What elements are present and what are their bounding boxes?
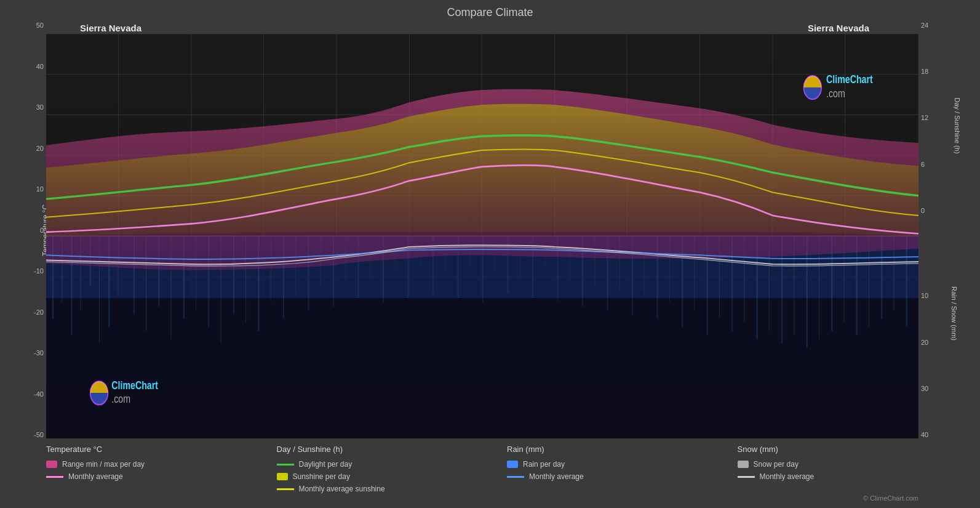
- right-axis-label-top: Day / Sunshine (h): [953, 98, 960, 154]
- legend-sunshine-title: Day / Sunshine (h): [277, 445, 508, 454]
- tick-neg50: -50: [34, 431, 44, 438]
- sunshine-swatch-label: Sunshine per day: [293, 472, 350, 481]
- right-tick-24: 24: [921, 22, 968, 29]
- legend-snow-swatch: Snow per day: [738, 460, 968, 469]
- main-chart-svg: ClimeChart .com ClimeChart .com: [46, 34, 918, 438]
- sunshine-avg-label: Monthly average sunshine: [299, 485, 385, 493]
- legend-col-temp: Temperature °C Range min / max per day M…: [46, 445, 277, 493]
- svg-rect-96: [906, 236, 907, 327]
- snow-swatch-label: Snow per day: [754, 460, 799, 469]
- legend-temp-title: Temperature °C: [46, 445, 277, 454]
- tick-neg40: -40: [34, 390, 44, 398]
- tick-40: 40: [36, 63, 44, 70]
- temp-avg-line: [46, 476, 63, 478]
- legend-rain-swatch: Rain per day: [507, 460, 738, 469]
- legend-snow-title: Snow (mm): [738, 445, 968, 454]
- legend-temp-range: Range min / max per day: [46, 460, 277, 469]
- legend-area: Temperature °C Range min / max per day M…: [12, 438, 968, 493]
- chart-container: 50 40 30 20 10 0 -10 -20 -30 -40 -50 Tem…: [12, 22, 968, 438]
- tick-20: 20: [36, 145, 44, 152]
- sunshine-avg-line: [277, 488, 294, 490]
- svg-text:.com: .com: [111, 392, 130, 405]
- legend-daylight: Daylight per day: [277, 460, 508, 469]
- chart-area-wrapper: Sierra Nevada Sierra Nevada: [46, 22, 918, 438]
- svg-text:.com: .com: [826, 87, 845, 100]
- tick-neg10: -10: [34, 267, 44, 275]
- location-left: Sierra Nevada: [80, 23, 141, 33]
- snow-avg-line: [738, 476, 755, 478]
- legend-rain-avg: Monthly average: [507, 472, 738, 481]
- rain-avg-line: [507, 476, 524, 478]
- right-axis-label-bottom: Rain / Snow (mm): [950, 286, 958, 341]
- y-axis-right: 24 18 12 6 0 10 20 30 40 Day / Sunshine …: [918, 22, 968, 438]
- tick-neg20: -20: [34, 308, 44, 316]
- right-tick-0: 0: [921, 207, 968, 214]
- legend-sunshine-avg: Monthly average sunshine: [277, 485, 508, 493]
- copyright-text: © ClimeChart.com: [12, 494, 968, 502]
- chart-svg-area: ClimeChart .com ClimeChart .com Jan Feb …: [46, 34, 918, 438]
- daylight-label: Daylight per day: [299, 460, 353, 469]
- temp-avg-label: Monthly average: [68, 472, 123, 481]
- daylight-line: [277, 464, 294, 466]
- svg-text:ClimeChart: ClimeChart: [826, 73, 873, 86]
- tick-30: 30: [36, 103, 44, 111]
- snow-avg-label: Monthly average: [760, 472, 815, 481]
- right-tick-mm10: 10: [921, 292, 968, 299]
- tick-neg30: -30: [34, 349, 44, 357]
- tick-50: 50: [36, 22, 44, 29]
- sunshine-swatch: [277, 473, 288, 480]
- legend-col-snow: Snow (mm) Snow per day Monthly average: [738, 445, 968, 493]
- legend-col-sunshine: Day / Sunshine (h) Daylight per day Suns…: [277, 445, 508, 493]
- legend-rain-title: Rain (mm): [507, 445, 738, 454]
- page-wrapper: Compare Climate 50 40 30 20 10 0 -10 -20…: [0, 0, 980, 508]
- rain-swatch: [507, 461, 518, 468]
- rain-swatch-label: Rain per day: [523, 460, 565, 469]
- right-tick-mm30: 30: [921, 385, 968, 392]
- right-tick-6: 6: [921, 161, 968, 168]
- legend-temp-avg: Monthly average: [46, 472, 277, 481]
- temp-range-label: Range min / max per day: [62, 460, 145, 469]
- chart-title: Compare Climate: [12, 6, 968, 19]
- svg-text:ClimeChart: ClimeChart: [111, 379, 158, 392]
- svg-rect-25: [46, 298, 918, 438]
- legend-col-rain: Rain (mm) Rain per day Monthly average: [507, 445, 738, 493]
- right-tick-12: 12: [921, 114, 968, 121]
- rain-avg-label: Monthly average: [529, 472, 584, 481]
- right-tick-mm40: 40: [921, 431, 968, 438]
- snow-swatch: [738, 461, 749, 468]
- temp-range-swatch: [46, 461, 57, 468]
- y-axis-left: 50 40 30 20 10 0 -10 -20 -30 -40 -50 Tem…: [12, 22, 46, 438]
- right-tick-18: 18: [921, 68, 968, 75]
- tick-10: 10: [36, 185, 44, 193]
- legend-sunshine-swatch: Sunshine per day: [277, 472, 508, 481]
- right-ticks: 24 18 12 6 0 10 20 30 40: [918, 22, 968, 438]
- right-tick-mm20: 20: [921, 339, 968, 346]
- location-right: Sierra Nevada: [808, 23, 869, 33]
- legend-snow-avg: Monthly average: [738, 472, 968, 481]
- chart-header-bar: Sierra Nevada Sierra Nevada: [46, 22, 918, 34]
